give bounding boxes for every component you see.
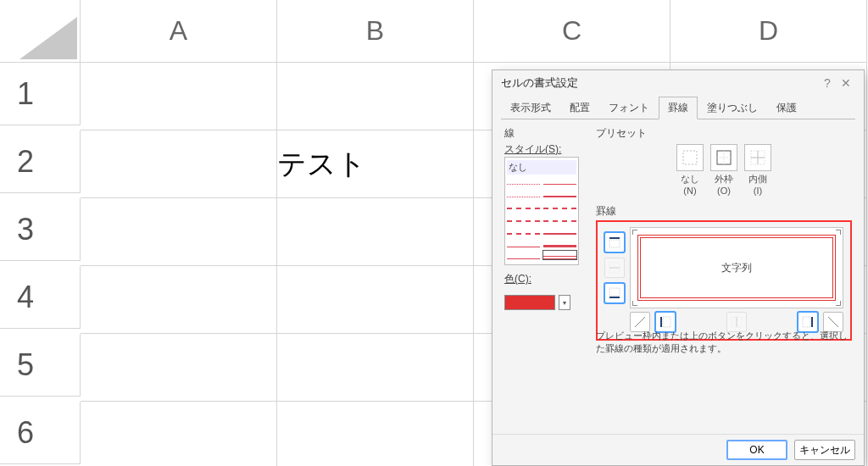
line-style-list[interactable]: なし — [504, 157, 579, 265]
border-diag-down-icon — [827, 316, 839, 328]
svg-rect-0 — [683, 151, 697, 164]
cell-A6[interactable] — [81, 402, 277, 466]
border-area-highlight: 文字列 — [596, 220, 852, 341]
cell-B1[interactable] — [277, 63, 474, 130]
row-header-4[interactable]: 4 — [0, 266, 81, 329]
line-style-medium2[interactable] — [543, 226, 576, 235]
row-header-2[interactable]: 2 — [0, 130, 81, 193]
border-middle-horizontal-button[interactable] — [604, 258, 625, 278]
svg-rect-1 — [717, 151, 731, 164]
cell-B2[interactable]: テスト — [277, 130, 474, 198]
preset-inside-label: 内側(I) — [744, 173, 771, 196]
color-dropdown-icon[interactable]: ▾ — [559, 295, 570, 310]
col-header-A[interactable]: A — [81, 0, 277, 63]
preset-outline-icon — [715, 149, 732, 166]
border-bottom-icon — [609, 287, 620, 299]
cell-B4[interactable] — [277, 266, 474, 334]
border-hint-text: プレビュー枠内または上のボタンをクリックすると、選択した罫線の種類が適用されます… — [596, 330, 852, 355]
tab-font[interactable]: フォント — [599, 97, 659, 119]
row-header-3[interactable]: 3 — [0, 198, 81, 261]
line-style-none[interactable]: なし — [507, 160, 576, 175]
tab-number-format[interactable]: 表示形式 — [501, 97, 560, 119]
line-style-dashdot[interactable] — [507, 214, 540, 222]
preset-inside-icon — [749, 149, 766, 166]
border-top-icon — [609, 236, 620, 248]
border-diag-up-icon — [634, 316, 646, 328]
border-mid-v-icon — [731, 316, 743, 328]
ok-button[interactable]: OK — [726, 440, 787, 460]
border-group-label: 罫線 — [596, 204, 852, 219]
line-style-dashed2[interactable] — [543, 201, 576, 209]
dialog-tabs: 表示形式 配置 フォント 罫線 塗りつぶし 保護 — [501, 96, 855, 119]
row-header-1[interactable]: 1 — [0, 63, 81, 125]
preset-outline-label: 外枠(O) — [710, 173, 737, 196]
line-style-thick[interactable] — [543, 239, 576, 247]
cell-A2[interactable] — [81, 130, 277, 198]
cell-A4[interactable] — [81, 266, 277, 334]
cell-B2-content: テスト — [277, 145, 473, 184]
dialog-titlebar: セルの書式設定 ? ✕ — [492, 70, 864, 96]
svg-rect-8 — [609, 240, 620, 247]
cell-B3[interactable] — [277, 198, 474, 266]
svg-rect-19 — [803, 317, 810, 327]
cell-A1[interactable] — [81, 63, 277, 130]
line-style-double[interactable] — [543, 251, 576, 259]
svg-line-13 — [635, 317, 645, 327]
cancel-button[interactable]: キャンセル — [794, 440, 855, 460]
border-left-icon — [659, 316, 671, 328]
border-bottom-button[interactable] — [604, 283, 625, 303]
line-style-dashdotdot[interactable] — [507, 226, 540, 235]
color-swatch[interactable] — [504, 295, 555, 310]
tab-alignment[interactable]: 配置 — [560, 97, 599, 119]
line-style-dotted2[interactable] — [507, 189, 540, 197]
svg-line-20 — [828, 317, 838, 327]
line-style-dashed[interactable] — [507, 201, 540, 209]
line-style-thin2[interactable] — [507, 239, 540, 247]
line-style-thin[interactable] — [543, 176, 576, 185]
cell-A5[interactable] — [81, 334, 277, 402]
preset-none-icon — [682, 149, 698, 166]
line-style-dotted[interactable] — [507, 176, 540, 185]
col-header-C[interactable]: C — [474, 0, 670, 63]
style-label: スタイル(S): — [504, 142, 581, 157]
line-style-dashdot2[interactable] — [543, 214, 576, 222]
svg-rect-12 — [609, 288, 620, 296]
format-cells-dialog: セルの書式設定 ? ✕ 表示形式 配置 フォント 罫線 塗りつぶし 保護 線 ス… — [492, 69, 865, 466]
tab-border[interactable]: 罫線 — [659, 97, 698, 119]
tab-fill[interactable]: 塗りつぶし — [698, 97, 767, 119]
border-mid-h-icon — [609, 262, 620, 274]
close-icon[interactable]: ✕ — [837, 76, 855, 90]
color-label: 色(C): — [504, 272, 581, 286]
line-style-medium[interactable] — [543, 189, 576, 197]
border-top-button[interactable] — [604, 232, 625, 252]
help-icon[interactable]: ? — [818, 76, 837, 90]
preset-none-label: なし(N) — [676, 173, 704, 196]
line-group-label: 線 — [504, 126, 581, 141]
preset-none-button[interactable] — [676, 144, 704, 171]
col-header-B[interactable]: B — [277, 0, 474, 63]
select-all-corner[interactable] — [0, 0, 81, 63]
row-header-5[interactable]: 5 — [0, 334, 81, 397]
cell-B5[interactable] — [277, 334, 474, 402]
tab-protection[interactable]: 保護 — [767, 97, 806, 119]
border-preview[interactable]: 文字列 — [630, 227, 843, 308]
preset-inside-button[interactable] — [744, 144, 771, 171]
preset-group-label: プリセット — [596, 126, 852, 141]
border-right-icon — [802, 316, 814, 328]
col-header-D[interactable]: D — [670, 0, 867, 63]
dialog-title: セルの書式設定 — [501, 75, 578, 91]
preset-outline-button[interactable] — [710, 144, 737, 171]
cell-A3[interactable] — [81, 198, 277, 266]
cell-B6[interactable] — [277, 402, 474, 466]
row-header-6[interactable]: 6 — [0, 402, 81, 464]
line-style-thin3[interactable] — [507, 251, 540, 259]
svg-rect-15 — [663, 317, 670, 327]
